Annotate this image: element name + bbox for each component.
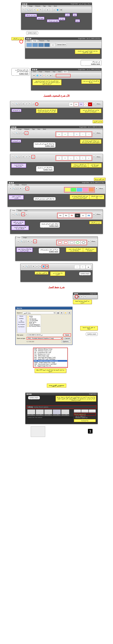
ribbon-tabs[interactable]: Draw Image Hotspots Tags — [25, 40, 102, 42]
recent-sub2[interactable]: Windows Capture (1) — [74, 417, 96, 418]
style-arrowbox[interactable]: ▶ — [88, 102, 92, 106]
canvas-color-btn[interactable]: Canvas Color ▾ — [56, 43, 67, 46]
style-oval[interactable] — [84, 102, 88, 106]
txt6[interactable]: Ab — [86, 214, 92, 218]
nav-up[interactable]: ⬆ — [60, 311, 63, 314]
thumb-5[interactable]: Jun 11, 2008 1... — [61, 410, 69, 416]
arrow-2[interactable]: ➔ — [62, 132, 68, 136]
shapes-more[interactable]: ▾ — [92, 155, 96, 158]
r2[interactable] — [63, 240, 68, 244]
cancel-button[interactable]: Cancel — [64, 337, 71, 340]
r5[interactable] — [81, 240, 86, 244]
txt5[interactable]: Abc — [80, 214, 86, 218]
ta5[interactable]: ↗ — [25, 132, 28, 134]
tab-hotspots[interactable]: Hotspots — [34, 5, 41, 7]
color-orange[interactable] — [88, 188, 94, 192]
erase-tool[interactable]: ⌫ — [45, 265, 48, 268]
tool-callout[interactable]: 💬 — [29, 8, 32, 12]
styles-more[interactable]: ▾ — [92, 102, 96, 106]
ribbon-tabs[interactable]: Draw Image Hotspots Tags View Send — [21, 5, 92, 7]
colors-more[interactable]: ▾ — [95, 187, 98, 190]
send-email[interactable]: ✉ — [32, 74, 36, 77]
tool-line[interactable]: ― — [49, 8, 52, 12]
color-yellow[interactable] — [65, 188, 70, 192]
window-controls[interactable]: ⬤ ⬤ ⬤ — [22, 3, 27, 5]
send-ppt[interactable]: P — [42, 74, 46, 77]
edge-style-4[interactable] — [44, 43, 50, 47]
text-tool[interactable]: A — [22, 213, 25, 216]
filter-folders[interactable]: Folders — [89, 410, 96, 412]
style-abc-1[interactable]: Abc — [69, 102, 74, 106]
sh3[interactable]: ― — [68, 156, 74, 160]
nav-new[interactable]: 📁 — [64, 311, 67, 314]
effects-btn[interactable]: Effects — [96, 102, 102, 106]
filetype-combo[interactable]: PNG - Portable Network Graphics (*.png) — [27, 337, 63, 340]
edge-style-1[interactable] — [26, 43, 32, 47]
tool-shape[interactable]: ◻ — [53, 8, 56, 12]
edge-style-3[interactable] — [38, 43, 44, 47]
t7[interactable]: ◻ — [32, 102, 35, 106]
t1[interactable]: ↖ — [12, 102, 15, 106]
r1[interactable] — [57, 240, 62, 244]
savein-combo[interactable]: مجلد الصور — [23, 312, 56, 314]
t6[interactable]: ✎ — [28, 102, 32, 106]
line1[interactable]: ― — [74, 265, 80, 269]
format-dropdown[interactable]: BMP - Windows Bitmap (*.bmp) CUR - Windo… — [33, 348, 68, 367]
style-abc-2[interactable]: Abc — [74, 102, 78, 106]
filter-dates[interactable]: Dates — [81, 410, 88, 412]
tab-view[interactable]: View — [47, 5, 52, 7]
window-controls[interactable]: ⬤ ⬤ ⬤ — [26, 38, 31, 39]
recent-node[interactable]: Recent captures (2) — [74, 413, 96, 416]
file-list[interactable]: 📁 Adobe 📁 الصور 📁 صور AVCHD 📁 صور DVD RA… — [27, 315, 41, 333]
tool-highlight[interactable]: ▭ — [42, 8, 46, 12]
tool-text[interactable]: A — [46, 8, 49, 12]
sh4[interactable]: ╲ — [74, 156, 80, 160]
t3[interactable]: 💬 — [18, 102, 21, 106]
txt1[interactable]: Abc — [58, 214, 63, 218]
thumb-2[interactable]: Jun 11, 2008 1... — [36, 410, 44, 416]
tool-arrow[interactable]: ↗ — [32, 8, 36, 12]
t2[interactable]: 🔍 — [15, 102, 18, 106]
options-button[interactable]: Options... — [62, 340, 71, 343]
sh1[interactable]: ✕ — [56, 156, 62, 160]
ta4[interactable]: A — [22, 132, 25, 134]
tab-tags[interactable]: Tags — [42, 5, 47, 7]
txt-more[interactable]: ▾ — [92, 213, 96, 216]
fill-tool[interactable]: 🪣 — [42, 265, 45, 268]
rect-tool[interactable]: ▭ — [34, 240, 36, 243]
filter-tags[interactable]: Tags — [74, 410, 81, 412]
edge-style-more[interactable]: ▾ — [50, 43, 56, 47]
color-blue[interactable] — [77, 188, 82, 192]
sh6[interactable]: ▭ — [86, 156, 92, 160]
rect-more[interactable]: ▾ — [87, 240, 90, 243]
tool-stamp[interactable]: ⭐ — [36, 8, 39, 12]
style-abc-3[interactable]: Abc — [79, 102, 84, 106]
arrow-3[interactable]: → — [68, 132, 74, 136]
places-bar[interactable]: Recent Desktop My Documents My Computer … — [17, 315, 26, 333]
tool-pen[interactable]: ✎ — [39, 8, 42, 12]
sh5[interactable]: ↖ — [80, 156, 86, 160]
recent-sub1[interactable]: Jun 11, 2008 (17) — [74, 416, 96, 417]
tool-erase[interactable]: ⌫ — [59, 8, 62, 12]
tab-send-active[interactable]: Send — [62, 70, 68, 73]
save-button[interactable]: Save — [64, 334, 71, 336]
t5[interactable]: ↗ — [25, 102, 28, 106]
txt4[interactable]: Abc — [75, 214, 80, 218]
t4[interactable]: A — [22, 102, 25, 106]
send-excel[interactable]: X — [46, 74, 49, 77]
color-green[interactable] — [71, 188, 76, 192]
send-print[interactable]: 🖨 — [49, 74, 52, 77]
send-word[interactable]: W — [39, 74, 42, 77]
send-clip[interactable]: 📋 — [52, 74, 56, 77]
arrow-4[interactable]: ➤ — [74, 132, 80, 136]
tab-send[interactable]: Send — [53, 5, 58, 7]
effects[interactable]: Effects — [96, 132, 102, 134]
arrow-5[interactable]: ↝ — [80, 132, 86, 136]
sh2[interactable]: ✕ — [62, 156, 68, 160]
library-tab[interactable]: Library — [28, 406, 33, 408]
tool-select[interactable]: ↖ — [22, 8, 26, 12]
color-pink[interactable] — [83, 188, 88, 192]
nav-back[interactable]: ◀ — [56, 311, 59, 314]
tab-image[interactable]: Image — [28, 5, 34, 7]
txt2[interactable]: Abc — [64, 214, 69, 218]
